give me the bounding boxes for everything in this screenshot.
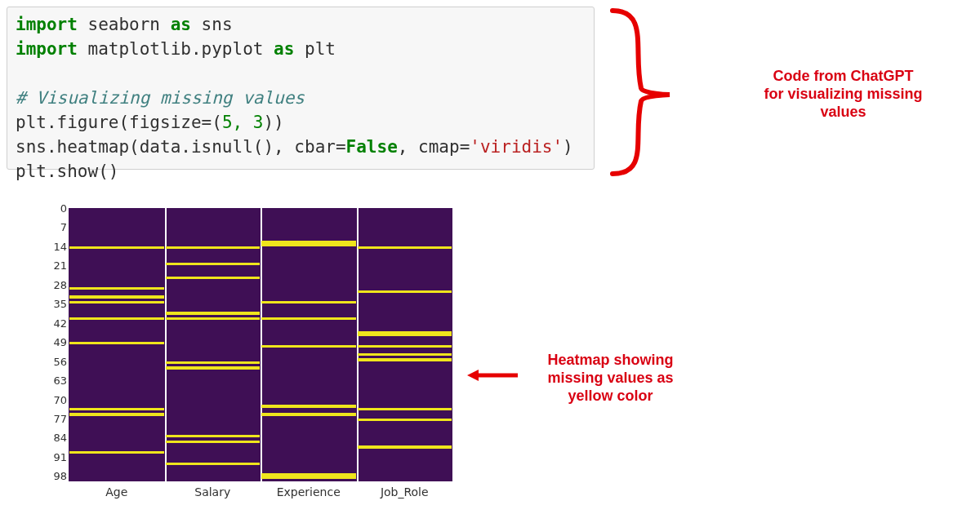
missing-cell <box>69 287 164 290</box>
missing-cell <box>69 408 164 410</box>
annotation-heatmap: Heatmap showing missing values as yellow… <box>523 351 698 405</box>
missing-cell <box>69 342 164 344</box>
missing-cell <box>166 435 261 437</box>
y-tick: 98 <box>49 470 67 482</box>
y-tick: 70 <box>49 393 67 405</box>
y-tick: 28 <box>49 278 67 290</box>
missing-cell <box>166 312 261 314</box>
arrow-icon <box>466 367 519 383</box>
y-tick: 91 <box>49 450 67 463</box>
y-tick: 42 <box>49 317 67 329</box>
y-tick: 77 <box>49 412 67 424</box>
x-tick: Job_Role <box>381 485 429 498</box>
missing-cell <box>358 290 452 293</box>
missing-cell <box>358 334 452 336</box>
missing-cell <box>358 353 452 356</box>
missing-cell <box>69 301 164 304</box>
missing-cell <box>166 246 261 249</box>
missing-cell <box>69 451 164 454</box>
code-line-2: import matplotlib.pyplot as plt <box>16 37 586 61</box>
missing-cell <box>69 317 164 320</box>
code-line-4: plt.figure(figsize=(5, 3)) <box>16 110 586 135</box>
missing-cell <box>69 295 164 298</box>
code-line-6: plt.show() <box>16 159 586 184</box>
kw-as: as <box>171 15 191 34</box>
code-line-5: sns.heatmap(data.isnull(), cbar=False, c… <box>16 135 586 159</box>
missing-cell <box>358 445 452 448</box>
svg-marker-1 <box>467 370 479 381</box>
missing-cell <box>261 345 356 348</box>
missing-cell <box>358 345 452 348</box>
missing-cell <box>358 419 452 421</box>
missing-cell <box>261 476 356 478</box>
annotation-code-source: Code from ChatGPT for visualizing missin… <box>710 67 976 121</box>
missing-cell <box>166 441 261 443</box>
code-cell: import seaborn as sns import matplotlib.… <box>7 7 595 170</box>
x-axis: AgeSalaryExperienceJob_Role <box>69 485 452 502</box>
y-tick: 21 <box>49 259 67 272</box>
y-axis: 0714212835424956637077849198 <box>49 208 67 481</box>
x-tick: Age <box>105 485 127 498</box>
missing-cell <box>166 366 261 369</box>
missing-cell <box>261 413 356 415</box>
missing-cell <box>166 463 261 465</box>
missing-cell <box>69 413 164 415</box>
y-tick: 7 <box>49 221 67 233</box>
missing-cell <box>261 301 356 304</box>
missing-values-heatmap <box>69 208 452 481</box>
x-tick: Experience <box>277 485 341 498</box>
missing-cell <box>166 317 261 320</box>
code-comment: # Visualizing missing values <box>16 86 586 110</box>
brace-icon <box>604 7 694 178</box>
missing-cell <box>166 277 261 279</box>
y-tick: 56 <box>49 355 67 367</box>
missing-cell <box>261 405 356 407</box>
y-tick: 35 <box>49 298 67 310</box>
y-tick: 0 <box>49 202 67 215</box>
kw-import: import <box>16 15 78 34</box>
missing-cell <box>261 244 356 246</box>
x-tick: Salary <box>194 485 230 498</box>
y-tick: 14 <box>49 240 67 252</box>
y-tick: 49 <box>49 336 67 348</box>
missing-cell <box>166 361 261 364</box>
missing-cell <box>358 358 452 361</box>
missing-cell <box>166 263 261 265</box>
missing-cell <box>358 408 452 410</box>
missing-cell <box>261 317 356 320</box>
missing-cell <box>358 246 452 249</box>
blank-line <box>16 61 586 86</box>
missing-cell <box>69 246 164 249</box>
y-tick: 84 <box>49 432 67 444</box>
y-tick: 63 <box>49 374 67 387</box>
code-line-1: import seaborn as sns <box>16 12 586 37</box>
